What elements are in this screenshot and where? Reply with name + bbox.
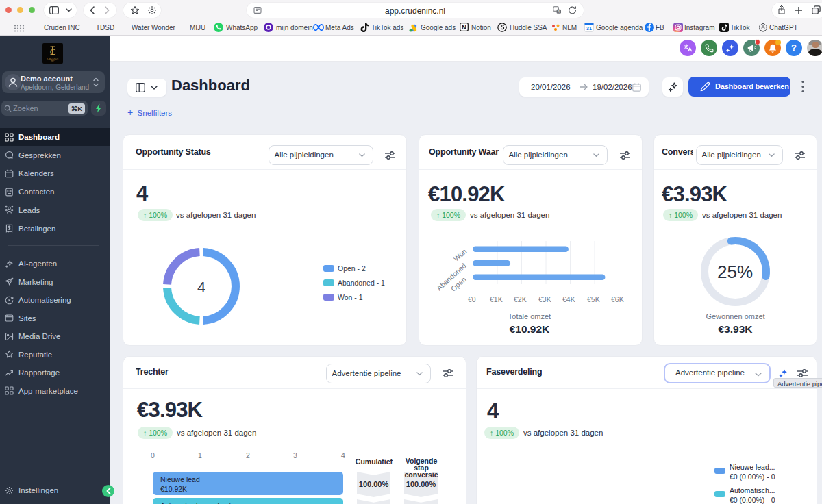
svg-text:31: 31 (586, 26, 592, 31)
svg-text:N: N (462, 24, 466, 31)
svg-text:INC: INC (51, 60, 54, 63)
svg-text:A: A (558, 10, 560, 14)
